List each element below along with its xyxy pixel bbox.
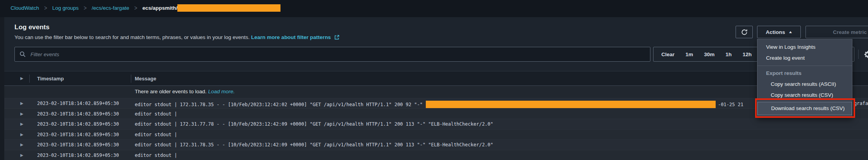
menu-section-export-results: Export results	[757, 68, 852, 79]
column-header-message: Message	[135, 76, 156, 82]
message-text: -01-25 21	[718, 102, 743, 107]
actions-menu: View in Logs Insights Create log event E…	[757, 39, 852, 118]
breadcrumb-link-log-groups[interactable]: Log groups	[52, 5, 79, 11]
redaction-block	[177, 4, 280, 12]
menu-item-view-in-logs-insights[interactable]: View in Logs Insights	[757, 42, 852, 53]
expand-arrow-icon[interactable]: ▶	[20, 122, 23, 126]
description-text: You can use the filter bar below to sear…	[14, 34, 250, 40]
gear-icon	[863, 50, 868, 59]
message-cell: editor stdout | 172.31.78.35 - - [10/Feb…	[135, 142, 493, 148]
log-events-panel: Log events You can use the filter bar be…	[4, 17, 868, 160]
breadcrumb-current-label: ecs/appsmith/	[142, 5, 177, 11]
breadcrumb-separator-icon: >	[44, 4, 47, 12]
column-divider	[29, 75, 30, 83]
time-range-30m[interactable]: 30m	[704, 52, 714, 57]
timestamp-cell: 2023-02-10T18:14:02.859+05:30	[37, 111, 119, 117]
expand-arrow-icon[interactable]: ▶	[20, 112, 23, 116]
message-cell: editor stdout |	[135, 111, 177, 117]
time-range-1m[interactable]: 1m	[686, 52, 693, 57]
redaction-block	[426, 101, 716, 108]
toolbar-divider	[858, 50, 859, 59]
log-event-row[interactable]: ▶ 2023-02-10T18:14:02.859+05:30 editor s…	[4, 129, 868, 140]
timestamp-cell: 2023-02-10T18:14:02.859+05:30	[37, 101, 119, 106]
refresh-button[interactable]	[736, 26, 753, 38]
log-event-row[interactable]: ▶ 2023-02-10T18:14:02.859+05:30 editor s…	[4, 139, 868, 150]
external-link-icon	[334, 35, 339, 40]
log-event-row[interactable]: ▶ 2023-02-10T18:14:02.859+05:30 editor s…	[4, 108, 868, 119]
menu-divider	[757, 66, 852, 66]
create-metric-filter-button[interactable]: Create metric filter	[805, 26, 868, 38]
breadcrumb: CloudWatch > Log groups > /ecs/ecs-farga…	[11, 0, 280, 16]
breadcrumb-link-cloudwatch[interactable]: CloudWatch	[11, 5, 39, 11]
cloudwatch-log-events-screen: CloudWatch > Log groups > /ecs/ecs-farga…	[0, 0, 868, 160]
load-more-link[interactable]: Load more.	[208, 89, 235, 94]
breadcrumb-link-ecs-fargate[interactable]: /ecs/ecs-fargate	[92, 5, 129, 11]
log-events-table-body: ▶ 2023-02-10T18:14:02.859+05:30 editor s…	[4, 98, 868, 160]
filter-events-input[interactable]	[30, 51, 645, 58]
timestamp-cell: 2023-02-10T18:14:02.859+05:30	[37, 142, 119, 148]
page-description: You can use the filter bar below to sear…	[14, 34, 339, 40]
message-text: editor stdout | 172.31.78.35 - - [10/Feb…	[135, 102, 423, 107]
expand-arrow-icon[interactable]: ▶	[20, 142, 23, 147]
timestamp-cell: 2023-02-10T18:14:02.859+05:30	[37, 153, 119, 158]
actions-button-label: Actions	[766, 29, 785, 35]
expand-arrow-icon[interactable]: ▶	[20, 132, 23, 137]
expand-arrow-icon: ▶	[20, 76, 23, 80]
older-events-row: There are older events to load. Load mor…	[4, 86, 868, 98]
time-range-clear[interactable]: Clear	[661, 52, 675, 57]
message-cell: editor stdout |	[135, 132, 177, 137]
older-events-text: There are older events to load.	[135, 89, 207, 94]
menu-item-copy-search-results-csv[interactable]: Copy search results (CSV)	[757, 90, 852, 101]
column-divider	[131, 75, 131, 83]
log-event-row[interactable]: ▶ 2023-02-10T18:14:02.859+05:30 editor s…	[4, 150, 868, 160]
column-header-timestamp: Timestamp	[37, 76, 64, 82]
menu-item-download-search-results-csv[interactable]: Download search results (CSV)	[757, 102, 852, 115]
preferences-button[interactable]	[862, 50, 868, 60]
time-range-1h[interactable]: 1h	[725, 52, 732, 57]
table-header: ▶ Timestamp Message	[4, 71, 868, 86]
message-cell: editor stdout |	[135, 153, 177, 158]
learn-more-link[interactable]: Learn more about filter patterns	[251, 34, 331, 40]
actions-button[interactable]: Actions ▲	[757, 26, 801, 38]
filter-events-box	[14, 47, 650, 62]
message-cell: editor stdout | 172.31.78.35 - - [10/Feb…	[135, 101, 743, 108]
menu-item-create-log-event[interactable]: Create log event	[757, 53, 852, 64]
page-title: Log events	[14, 23, 50, 31]
breadcrumb-bar: CloudWatch > Log groups > /ecs/ecs-farga…	[0, 0, 868, 17]
breadcrumb-separator-icon: >	[134, 4, 138, 12]
breadcrumb-separator-icon: >	[84, 4, 87, 12]
caret-up-icon: ▲	[788, 30, 793, 34]
refresh-icon	[741, 29, 748, 36]
timestamp-cell: 2023-02-10T18:14:02.859+05:30	[37, 132, 119, 137]
log-event-row[interactable]: ▶ 2023-02-10T18:14:02.859+05:30 editor s…	[4, 98, 868, 108]
menu-item-copy-search-results-ascii[interactable]: Copy search results (ASCII)	[757, 79, 852, 90]
create-metric-filter-label: Create metric filter	[833, 29, 868, 35]
breadcrumb-current: ecs/appsmith/	[142, 4, 280, 12]
timestamp-cell: 2023-02-10T18:14:02.859+05:30	[37, 121, 119, 127]
expand-arrow-icon[interactable]: ▶	[20, 101, 23, 105]
search-icon	[20, 51, 26, 57]
expand-arrow-icon[interactable]: ▶	[20, 153, 23, 157]
message-cell: editor stdout | 172.31.77.78 - - [10/Feb…	[135, 121, 493, 127]
time-range-12h[interactable]: 12h	[743, 52, 752, 57]
message-text-tail: grafan	[854, 101, 868, 106]
log-event-row[interactable]: ▶ 2023-02-10T18:14:02.859+05:30 editor s…	[4, 119, 868, 129]
